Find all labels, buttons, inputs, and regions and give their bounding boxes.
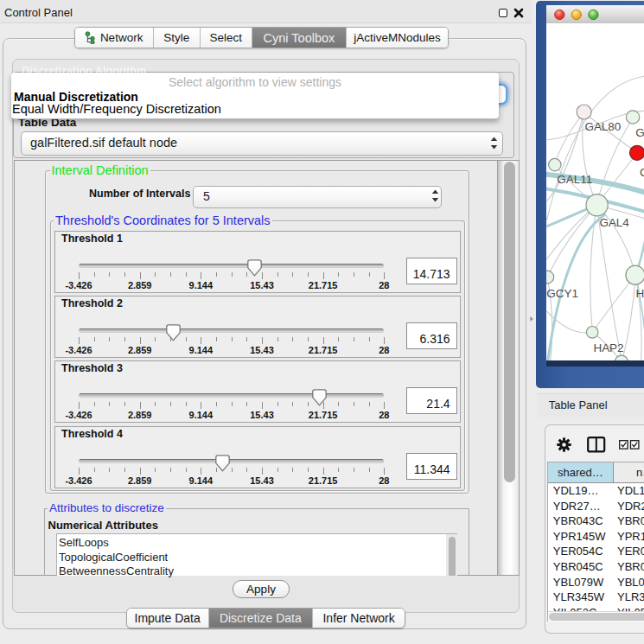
svg-text:GAL80: GAL80: [584, 121, 621, 134]
svg-text:GAL4: GAL4: [599, 216, 629, 229]
svg-text:C: C: [640, 166, 644, 179]
svg-text:GAL11: GAL11: [557, 173, 592, 186]
svg-text:GCY1: GCY1: [546, 287, 578, 300]
svg-text:GAL2: GAL2: [635, 126, 644, 139]
svg-text:HAP2: HAP2: [593, 341, 623, 354]
svg-text:HAP4: HAP4: [635, 287, 644, 300]
